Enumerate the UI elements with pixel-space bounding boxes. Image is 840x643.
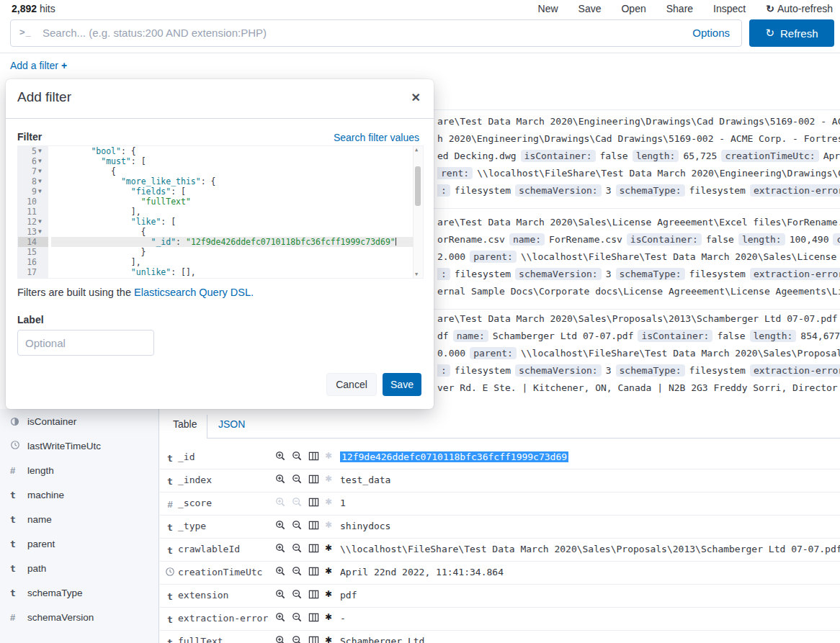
editor-scrollbar[interactable]: ▲ ▼ [413,146,423,278]
filter-for-field-present-icon[interactable]: ✱ [325,566,335,577]
editor-line-9[interactable]: 9▼ "fields": [ [18,186,423,197]
options-link[interactable]: Options [692,27,730,39]
filter-for-value-icon[interactable] [275,543,286,554]
nav-save[interactable]: Save [578,3,602,14]
sidebar-item-schemaType[interactable]: tschemaType [0,580,158,605]
elasticsearch-dsl-link[interactable]: Elasticsearch Query DSL. [134,287,254,298]
toggle-column-icon[interactable] [308,474,319,485]
scrollbar-thumb[interactable] [415,166,421,206]
field-name: extraction-error [178,613,268,624]
filter-out-value-icon[interactable] [292,451,303,462]
filter-for-value-icon[interactable] [275,566,286,577]
auto-refresh-button[interactable]: ↻Auto-refresh [766,3,833,14]
number-field-icon: # [167,499,172,510]
sidebar-item-length[interactable]: #length [0,458,158,482]
text-field-icon: t [167,591,173,602]
document-row: are\Test Data March 2020\Engineering\Dra… [437,113,840,199]
filter-out-value-icon[interactable] [292,543,303,554]
toggle-column-icon[interactable] [308,520,319,531]
editor-line-17[interactable]: 17 "unlike": [], [18,267,423,277]
field-value-text: orRename.csv [437,234,505,245]
fold-arrow-icon[interactable]: ▼ [38,166,47,176]
tab-json[interactable]: JSON [218,418,245,430]
document-source-line: ernal Sample Docs\Corporate docs\License… [437,283,840,300]
filter-for-field-present-icon[interactable]: ✱ [325,635,335,643]
filter-for-value-icon[interactable] [275,589,286,600]
close-icon[interactable]: ✕ [411,91,421,104]
sidebar-item-path[interactable]: tpath [0,556,158,580]
toggle-column-icon[interactable] [308,589,319,600]
toggle-column-icon[interactable] [308,543,319,554]
nav-open[interactable]: Open [621,3,645,14]
filter-out-value-icon[interactable] [292,635,303,643]
filter-for-field-present-icon[interactable]: ✱ [325,497,335,508]
row-actions: ✱ [275,497,335,508]
sidebar-item-lastWriteTimeUtc[interactable]: lastWriteTimeUtc [0,433,158,458]
filter-for-value-icon[interactable] [275,520,286,531]
code-token [51,156,101,166]
field-badge: : [437,184,450,197]
filter-for-field-present-icon[interactable]: ✱ [325,589,335,600]
editor-line-13[interactable]: 13▼ { [18,227,423,237]
sidebar-item-schemaVersion[interactable]: #schemaVersion [0,605,158,629]
table-row-crawlableId: tcrawlableId✱\\localhost\FileShare\Test … [160,538,840,562]
nav-inspect[interactable]: Inspect [713,3,746,14]
filter-for-field-present-icon[interactable]: ✱ [325,520,335,531]
fold-arrow-icon[interactable]: ▼ [38,156,47,166]
editor-line-14[interactable]: 14 "_id": "12f9de426ddefc0710118bfc36fcf… [18,237,423,247]
toggle-column-icon[interactable] [308,635,319,643]
sidebar-item-isContainer[interactable]: isContainer [0,409,158,433]
toggle-column-icon[interactable] [308,566,319,577]
fold-arrow-icon[interactable]: ▼ [38,186,47,197]
field-name: crawlableId [178,544,240,554]
editor-line-5[interactable]: 5▼ "bool": { [18,146,423,156]
refresh-button[interactable]: ↻ Refresh [749,19,834,47]
filter-out-value-icon[interactable] [292,566,303,577]
toggle-column-icon[interactable] [308,451,319,462]
editor-line-11[interactable]: 11 ], [18,207,423,217]
filter-for-field-present-icon[interactable]: ✱ [325,474,335,485]
tab-table[interactable]: Table [173,418,197,430]
save-button[interactable]: Save [383,373,421,396]
editor-line-6[interactable]: 6▼ "must": [ [18,156,423,166]
filter-for-field-present-icon[interactable]: ✱ [325,543,335,554]
editor-line-7[interactable]: 7▼ { [18,166,423,176]
fold-arrow-icon[interactable]: ▼ [38,176,47,186]
filter-out-value-icon[interactable] [292,589,303,600]
query-dsl-editor[interactable]: 5▼ "bool": {6▼ "must": [7▼ {8▼ "more_lik… [17,145,424,279]
search-filter-values-link[interactable]: Search filter values [334,132,419,143]
nav-new[interactable]: New [538,3,558,14]
filter-out-value-icon[interactable] [292,474,303,485]
filter-for-field-present-icon[interactable]: ✱ [325,612,335,623]
toggle-column-icon[interactable] [308,612,319,623]
add-a-filter-link[interactable]: Add a filter+ [10,60,67,71]
fold-arrow-icon[interactable]: ▼ [38,146,47,156]
fold-arrow-icon[interactable]: ▼ [38,217,47,227]
filter-for-value-icon[interactable] [275,451,286,462]
search-input[interactable]: Search... (e.g. status:200 AND extension… [43,27,267,39]
cancel-button[interactable]: Cancel [326,373,377,396]
toggle-column-icon[interactable] [308,497,319,508]
filter-for-value-icon[interactable] [275,612,286,623]
editor-line-16[interactable]: 16 ], [18,257,423,267]
fold-arrow-icon[interactable]: ▼ [38,227,47,237]
sidebar-item-machine[interactable]: tmachine [0,482,158,507]
editor-line-8[interactable]: 8▼ "more_like_this": { [18,176,423,186]
editor-line-12[interactable]: 12▼ "like": [ [18,217,423,227]
filter-out-value-icon[interactable] [292,612,303,623]
filter-for-value-icon[interactable] [275,635,286,643]
sidebar-item-parent[interactable]: tparent [0,531,158,556]
sidebar-item-name[interactable]: tname [0,507,158,531]
field-value-text: Schamberger Ltd 07-07.pdf [493,331,634,341]
nav-share[interactable]: Share [666,3,693,14]
filter-for-value-icon[interactable] [275,474,286,485]
scroll-up-icon[interactable]: ▲ [415,147,418,153]
filter-label-input[interactable] [17,330,154,356]
editor-line-15[interactable]: 15 } [18,247,423,257]
editor-line-10[interactable]: 10 "fullText" [18,197,423,207]
search-bar[interactable]: >_ Search... (e.g. status:200 AND extens… [10,19,742,47]
row-actions: ✱ [275,474,335,485]
filter-for-field-present-icon[interactable]: ✱ [325,451,335,462]
scroll-down-icon[interactable]: ▼ [415,271,418,277]
filter-out-value-icon[interactable] [292,520,303,531]
